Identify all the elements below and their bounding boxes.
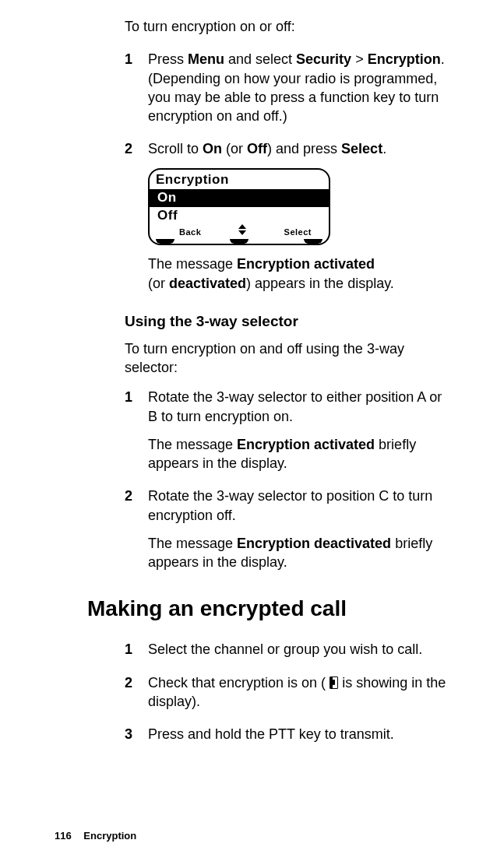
screen-title: Encryption — [150, 170, 329, 189]
step-body: Check that encryption is on ( is showing… — [148, 673, 449, 712]
step-text: Press Menu and select Security > Encrypt… — [148, 50, 449, 125]
step-body: Rotate the 3-way selector to either posi… — [148, 388, 449, 473]
step-text: Select the channel or group you wish to … — [148, 640, 449, 659]
step-body: Select the channel or group you wish to … — [148, 640, 449, 659]
step-number: 2 — [125, 673, 148, 712]
option-on: On — [150, 189, 329, 207]
intro-text: To turn encryption on or off: — [125, 17, 449, 36]
selector-intro: To turn encryption on and off using the … — [125, 339, 449, 378]
softkey-back: Back — [179, 227, 201, 238]
step-number: 2 — [125, 487, 148, 571]
tab-icon — [156, 239, 174, 244]
screen-tabs — [150, 239, 329, 244]
step-body: Press and hold the PTT key to transmit. — [148, 725, 449, 743]
tab-icon — [230, 239, 248, 244]
tab-icon — [304, 239, 322, 244]
step-text: Rotate the 3-way selector to position C … — [148, 487, 449, 525]
step-body: Press Menu and select Security > Encrypt… — [148, 50, 449, 125]
step-1: 1 Press Menu and select Security > Encry… — [125, 50, 449, 125]
step-text: Press and hold the PTT key to transmit. — [148, 725, 449, 743]
page-number: 116 — [55, 830, 72, 842]
step-result: The message Encryption deactivated brief… — [148, 534, 449, 572]
footer-title: Encryption — [83, 830, 136, 842]
step-text: Scroll to On (or Off) and press Select. — [148, 139, 449, 158]
step-result: The message Encryption activated briefly… — [148, 435, 449, 473]
step-body: Rotate the 3-way selector to position C … — [148, 487, 449, 571]
call-step-2: 2 Check that encryption is on ( is showi… — [125, 673, 449, 712]
step-2: 2 Scroll to On (or Off) and press Select… — [125, 139, 449, 293]
page-footer: 116 Encryption — [55, 829, 136, 843]
heading-encrypted-call: Making an encrypted call — [87, 594, 449, 624]
call-step-3: 3 Press and hold the PTT key to transmit… — [125, 725, 449, 743]
page-content: To turn encryption on or off: 1 Press Me… — [0, 0, 504, 744]
step-number: 1 — [125, 388, 148, 473]
subheading-3way: Using the 3-way selector — [125, 311, 449, 332]
step-body: Scroll to On (or Off) and press Select. … — [148, 139, 449, 293]
selector-step-1: 1 Rotate the 3-way selector to either po… — [125, 388, 449, 473]
step-result: The message Encryption activated (or dea… — [148, 255, 449, 293]
step-number: 1 — [125, 640, 148, 659]
softkey-select: Select — [284, 227, 312, 238]
encryption-icon — [330, 676, 338, 689]
selector-step-2: 2 Rotate the 3-way selector to position … — [125, 487, 449, 571]
step-number: 2 — [125, 139, 148, 293]
softkey-bar: Back Select — [150, 225, 329, 241]
call-step-1: 1 Select the channel or group you wish t… — [125, 640, 449, 659]
step-number: 1 — [125, 50, 148, 125]
step-number: 3 — [125, 725, 148, 743]
radio-screen: Encryption On Off Back Select — [148, 168, 330, 246]
option-off: Off — [150, 207, 329, 225]
step-text: Check that encryption is on ( is showing… — [148, 673, 449, 712]
step-text: Rotate the 3-way selector to either posi… — [148, 388, 449, 426]
